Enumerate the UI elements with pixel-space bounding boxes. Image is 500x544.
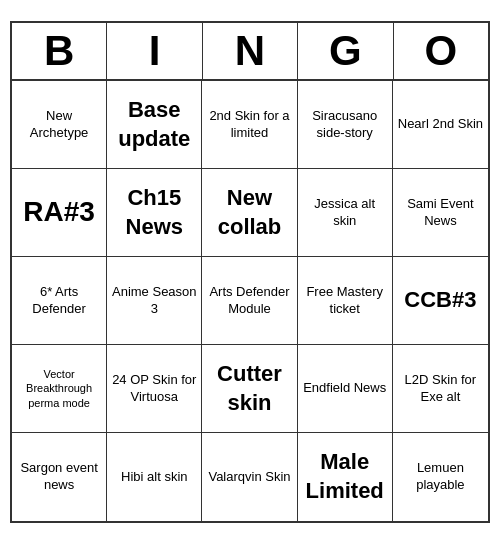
cell-text-23: Male Limited [302,448,388,505]
cell-text-5: RA#3 [23,194,95,230]
cell-text-18: Endfield News [303,380,386,397]
bingo-cell-5: RA#3 [12,169,107,257]
bingo-cell-24: Lemuen playable [393,433,488,521]
header-letter-I: I [107,23,202,81]
cell-text-9: Sami Event News [397,196,484,230]
bingo-cell-2: 2nd Skin for a limited [202,81,297,169]
cell-text-7: New collab [206,184,292,241]
cell-text-6: Ch15 News [111,184,197,241]
header-letter-N: N [203,23,298,81]
header-letter-B: B [12,23,107,81]
cell-text-3: Siracusano side-story [302,108,388,142]
cell-text-22: Valarqvin Skin [208,469,290,486]
bingo-cell-17: Cutter skin [202,345,297,433]
bingo-cell-0: New Archetype [12,81,107,169]
bingo-cell-7: New collab [202,169,297,257]
bingo-cell-10: 6* Arts Defender [12,257,107,345]
header-letter-G: G [298,23,393,81]
bingo-cell-21: Hibi alt skin [107,433,202,521]
bingo-cell-12: Arts Defender Module [202,257,297,345]
bingo-cell-22: Valarqvin Skin [202,433,297,521]
bingo-cell-11: Anime Season 3 [107,257,202,345]
bingo-cell-20: Sargon event news [12,433,107,521]
bingo-header: BINGO [12,23,488,81]
cell-text-16: 24 OP Skin for Virtuosa [111,372,197,406]
bingo-cell-9: Sami Event News [393,169,488,257]
bingo-grid: New ArchetypeBase update2nd Skin for a l… [12,81,488,521]
bingo-cell-16: 24 OP Skin for Virtuosa [107,345,202,433]
cell-text-20: Sargon event news [16,460,102,494]
cell-text-21: Hibi alt skin [121,469,187,486]
cell-text-8: Jessica alt skin [302,196,388,230]
cell-text-10: 6* Arts Defender [16,284,102,318]
bingo-cell-13: Free Mastery ticket [298,257,393,345]
cell-text-14: CCB#3 [404,286,476,315]
bingo-cell-4: Nearl 2nd Skin [393,81,488,169]
cell-text-0: New Archetype [16,108,102,142]
cell-text-12: Arts Defender Module [206,284,292,318]
cell-text-19: L2D Skin for Exe alt [397,372,484,406]
bingo-cell-14: CCB#3 [393,257,488,345]
bingo-cell-3: Siracusano side-story [298,81,393,169]
bingo-cell-8: Jessica alt skin [298,169,393,257]
bingo-cell-18: Endfield News [298,345,393,433]
bingo-cell-23: Male Limited [298,433,393,521]
cell-text-17: Cutter skin [206,360,292,417]
bingo-cell-19: L2D Skin for Exe alt [393,345,488,433]
cell-text-13: Free Mastery ticket [302,284,388,318]
cell-text-15: Vector Breakthrough perma mode [16,367,102,410]
cell-text-2: 2nd Skin for a limited [206,108,292,142]
header-letter-O: O [394,23,488,81]
bingo-cell-15: Vector Breakthrough perma mode [12,345,107,433]
cell-text-11: Anime Season 3 [111,284,197,318]
bingo-cell-1: Base update [107,81,202,169]
cell-text-1: Base update [111,96,197,153]
cell-text-24: Lemuen playable [397,460,484,494]
cell-text-4: Nearl 2nd Skin [398,116,483,133]
bingo-cell-6: Ch15 News [107,169,202,257]
bingo-card: BINGO New ArchetypeBase update2nd Skin f… [10,21,490,523]
